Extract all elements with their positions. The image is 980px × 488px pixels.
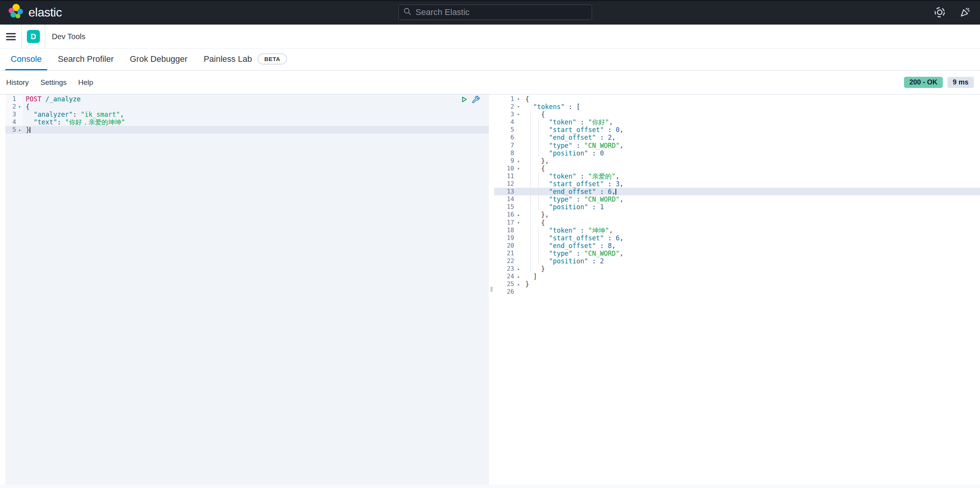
code-text[interactable]: "token" : "亲爱的", (523, 172, 980, 180)
code-text[interactable]: "end_offset" : 2, (523, 134, 980, 141)
code-text[interactable]: { (523, 111, 980, 118)
code-line[interactable]: 20 "end_offset" : 8, (494, 242, 980, 250)
token-key: "type" (549, 250, 572, 257)
fold-icon[interactable]: ▾ (514, 165, 523, 172)
code-line[interactable]: 22 "position" : 2 (494, 257, 980, 265)
code-text[interactable]: "position" : 2 (523, 257, 980, 265)
news-icon[interactable] (959, 7, 971, 18)
code-line[interactable]: 3 "analyzer": "ik_smart", (5, 111, 489, 118)
code-text[interactable]: "end_offset" : 6, (523, 188, 980, 195)
indent-guide (530, 257, 531, 265)
code-line[interactable]: 16▴ }, (494, 211, 980, 218)
code-line[interactable]: 17▾ { (494, 219, 980, 227)
code-text[interactable]: { (523, 165, 980, 172)
code-text[interactable]: { (23, 103, 489, 111)
code-text[interactable]: }, (523, 157, 980, 165)
code-line[interactable]: 13 "end_offset" : 6, (494, 188, 980, 195)
code-text[interactable]: } (523, 280, 980, 288)
fold-icon[interactable]: ▴ (514, 157, 523, 165)
settings-menu[interactable]: Settings (40, 78, 67, 87)
code-line[interactable]: 19 "start_offset" : 6, (494, 234, 980, 242)
fold-icon[interactable]: ▾ (16, 103, 23, 111)
code-text[interactable]: "start_offset" : 3, (523, 180, 980, 188)
fold-icon[interactable]: ▾ (514, 111, 523, 118)
code-line[interactable]: 1POST /_analyze (5, 95, 489, 103)
search-input[interactable] (416, 7, 587, 17)
tab-grok-debugger[interactable]: Grok Debugger (124, 49, 193, 70)
code-line[interactable]: 26 (494, 288, 980, 296)
code-text[interactable]: "analyzer": "ik_smart", (23, 111, 489, 118)
code-text[interactable]: { (523, 219, 980, 227)
code-line[interactable]: 5 "start_offset" : 0, (494, 126, 980, 134)
wrench-icon[interactable] (472, 96, 480, 103)
code-line[interactable]: 18 "token" : "坤坤", (494, 227, 980, 234)
fold-icon[interactable]: ▴ (514, 265, 523, 273)
code-text[interactable]: "position" : 0 (523, 149, 980, 157)
code-line[interactable]: 12 "start_offset" : 3, (494, 180, 980, 188)
fold-icon[interactable]: ▾ (514, 219, 523, 227)
code-line[interactable]: 1▾{ (494, 95, 980, 103)
code-line[interactable]: 24▴ ] (494, 273, 980, 280)
code-text[interactable]: "token" : "坤坤", (523, 227, 980, 234)
fold-icon[interactable]: ▴ (514, 280, 523, 288)
code-text[interactable]: "type" : "CN_WORD", (523, 250, 980, 257)
tab-painless-lab[interactable]: Painless Lab BETA (198, 49, 293, 70)
indent-guide (530, 227, 531, 234)
code-line[interactable]: 15 "position" : 1 (494, 203, 980, 211)
code-text[interactable]: POST /_analyze (23, 95, 489, 103)
panel-resizer[interactable]: ‖ (489, 94, 494, 485)
code-text[interactable]: "end_offset" : 8, (523, 242, 980, 250)
editor-response[interactable]: 1▾{2▾ "tokens" : [3▾ {4 "token" : "你好",5… (494, 94, 980, 485)
code-text[interactable]: "text": "你好，亲爱的坤坤" (23, 118, 489, 126)
code-text[interactable]: }, (523, 211, 980, 218)
indent-guide (538, 180, 539, 188)
editor-request[interactable]: 1POST /_analyze2▾{3 "analyzer": "ik_smar… (5, 94, 489, 485)
code-line[interactable]: 4 "token" : "你好", (494, 118, 980, 126)
code-line[interactable]: 2▾{ (5, 103, 489, 111)
code-text[interactable]: } (23, 126, 489, 134)
code-line[interactable]: 25▴} (494, 280, 980, 288)
help-icon[interactable] (934, 7, 945, 18)
code-text[interactable]: "start_offset" : 0, (523, 126, 980, 134)
code-text[interactable]: "token" : "你好", (523, 118, 980, 126)
token-plain (525, 142, 549, 149)
fold-icon[interactable]: ▴ (514, 211, 523, 218)
code-line[interactable]: 5▴} (5, 126, 489, 134)
code-line[interactable]: 4 "text": "你好，亲爱的坤坤" (5, 118, 489, 126)
code-text[interactable]: { (523, 95, 980, 103)
fold-icon[interactable]: ▴ (16, 126, 23, 134)
code-text[interactable]: "type" : "CN_WORD", (523, 142, 980, 149)
code-line[interactable]: 23▴ } (494, 265, 980, 273)
nav-menu-icon[interactable] (0, 25, 21, 48)
code-text[interactable]: "start_offset" : 6, (523, 234, 980, 242)
code-text[interactable]: "position" : 1 (523, 203, 980, 211)
code-line[interactable]: 2▾ "tokens" : [ (494, 103, 980, 111)
code-line[interactable]: 14 "type" : "CN_WORD", (494, 195, 980, 203)
token-num: 1 (600, 203, 604, 211)
code-line[interactable]: 21 "type" : "CN_WORD", (494, 250, 980, 257)
console-split-view: 1POST /_analyze2▾{3 "analyzer": "ik_smar… (0, 94, 980, 485)
code-text[interactable] (523, 288, 980, 296)
response-panel: 1▾{2▾ "tokens" : [3▾ {4 "token" : "你好",5… (494, 94, 980, 485)
code-line[interactable]: 11 "token" : "亲爱的", (494, 172, 980, 180)
fold-icon[interactable]: ▾ (514, 95, 523, 103)
fold-icon[interactable]: ▾ (514, 103, 523, 111)
code-text[interactable]: "type" : "CN_WORD", (523, 195, 980, 203)
code-line[interactable]: 10▾ { (494, 165, 980, 172)
fold-icon[interactable]: ▴ (514, 273, 523, 280)
tab-console[interactable]: Console (5, 49, 47, 70)
indent-guide (530, 118, 531, 126)
code-text[interactable]: ] (523, 273, 980, 280)
tab-search-profiler[interactable]: Search Profiler (53, 49, 119, 70)
history-menu[interactable]: History (6, 78, 29, 87)
code-line[interactable]: 3▾ { (494, 111, 980, 118)
send-request-icon[interactable] (460, 96, 468, 103)
code-text[interactable]: } (523, 265, 980, 273)
code-line[interactable]: 6 "end_offset" : 2, (494, 134, 980, 141)
code-text[interactable]: "tokens" : [ (523, 103, 980, 111)
code-line[interactable]: 8 "position" : 0 (494, 149, 980, 157)
code-line[interactable]: 9▴ }, (494, 157, 980, 165)
code-line[interactable]: 7 "type" : "CN_WORD", (494, 142, 980, 149)
help-menu[interactable]: Help (78, 78, 93, 87)
token-str: "你好，亲爱的坤坤" (65, 118, 125, 126)
